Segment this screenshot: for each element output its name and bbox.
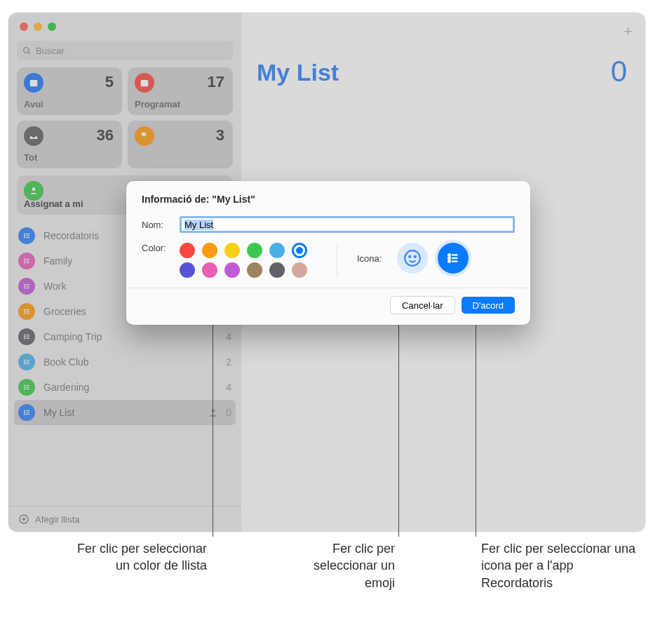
color-swatch[interactable] bbox=[202, 262, 217, 278]
search-input[interactable]: Buscar bbox=[17, 41, 233, 60]
icon-picker-button[interactable] bbox=[438, 243, 469, 274]
callout-line bbox=[213, 293, 213, 537]
svg-rect-30 bbox=[26, 335, 29, 335]
color-swatch[interactable] bbox=[224, 243, 240, 258]
svg-point-47 bbox=[24, 410, 25, 412]
flag-icon bbox=[135, 126, 154, 146]
assigned-label: Assignat a mi bbox=[24, 199, 83, 209]
ok-button[interactable]: D'acord bbox=[462, 297, 515, 314]
svg-rect-44 bbox=[26, 387, 29, 388]
svg-rect-10 bbox=[26, 237, 29, 238]
pill-all-count: 36 bbox=[97, 126, 114, 145]
add-list-label: Afegir llista bbox=[35, 514, 80, 525]
color-label: Color: bbox=[142, 243, 180, 253]
add-list-button[interactable]: Afegir llista bbox=[8, 506, 241, 532]
svg-point-5 bbox=[24, 234, 25, 235]
pill-flagged[interactable]: 3 bbox=[128, 121, 233, 168]
list-item-count: 2 bbox=[226, 356, 231, 368]
svg-point-11 bbox=[24, 259, 25, 260]
list-item-label: Gardening bbox=[43, 382, 226, 393]
svg-rect-20 bbox=[26, 286, 29, 287]
svg-point-19 bbox=[24, 286, 25, 287]
color-swatches bbox=[180, 243, 310, 278]
color-swatch[interactable] bbox=[269, 262, 285, 278]
person-icon bbox=[208, 407, 219, 418]
home-icon bbox=[18, 253, 35, 269]
svg-rect-42 bbox=[26, 385, 29, 386]
svg-rect-6 bbox=[26, 234, 29, 234]
person-icon bbox=[24, 181, 43, 201]
list-icon bbox=[18, 227, 35, 244]
svg-point-64 bbox=[449, 260, 451, 262]
list-info-dialog: Informació de: "My List" Nom: Color: Ico… bbox=[126, 181, 530, 325]
pill-scheduled-label: Programat bbox=[135, 99, 180, 109]
list-name-input[interactable] bbox=[180, 216, 515, 233]
emoji-picker-button[interactable] bbox=[397, 243, 428, 274]
svg-rect-34 bbox=[26, 338, 29, 339]
close-window-icon[interactable] bbox=[20, 22, 28, 31]
leaf-icon bbox=[18, 379, 35, 396]
color-swatch[interactable] bbox=[292, 262, 307, 278]
divider bbox=[337, 243, 337, 278]
dialog-title: Informació de: "My List" bbox=[142, 194, 515, 205]
svg-rect-26 bbox=[26, 311, 29, 312]
callout-emoji: Fer clic per seleccionar un emoji bbox=[286, 540, 395, 591]
color-swatch[interactable] bbox=[247, 262, 262, 278]
svg-rect-46 bbox=[26, 389, 29, 389]
svg-point-25 bbox=[24, 311, 25, 312]
sidebar-list-gardening[interactable]: Gardening 4 bbox=[8, 375, 241, 400]
minimize-window-icon[interactable] bbox=[34, 22, 42, 31]
svg-rect-14 bbox=[26, 261, 29, 262]
svg-point-49 bbox=[24, 412, 25, 413]
callout-color: Fer clic per seleccionar un color de lli… bbox=[63, 540, 207, 575]
sidebar-list-my-list[interactable]: My List 0 bbox=[14, 400, 236, 425]
color-swatch[interactable] bbox=[180, 262, 195, 278]
svg-point-23 bbox=[24, 309, 25, 311]
svg-rect-52 bbox=[26, 414, 29, 415]
svg-rect-3 bbox=[141, 80, 149, 86]
svg-point-45 bbox=[24, 389, 25, 390]
color-swatch[interactable] bbox=[269, 243, 285, 258]
svg-point-60 bbox=[449, 254, 451, 256]
list-icon bbox=[445, 250, 461, 266]
cancel-button[interactable]: Cancel·lar bbox=[391, 297, 455, 314]
svg-point-57 bbox=[405, 250, 421, 266]
svg-rect-48 bbox=[26, 410, 29, 411]
add-reminder-button[interactable]: + bbox=[624, 22, 633, 41]
divider bbox=[126, 288, 530, 288]
list-title: My List bbox=[257, 59, 339, 86]
list-item-count: 0 bbox=[226, 407, 231, 418]
svg-point-13 bbox=[24, 260, 25, 262]
pill-today-count: 5 bbox=[105, 73, 114, 91]
fullscreen-window-icon[interactable] bbox=[48, 22, 56, 31]
pill-today-label: Avui bbox=[24, 99, 43, 109]
calendar-icon bbox=[24, 73, 43, 93]
svg-point-27 bbox=[24, 313, 25, 314]
svg-point-58 bbox=[410, 256, 411, 257]
pill-scheduled-count: 17 bbox=[208, 73, 224, 91]
svg-rect-50 bbox=[26, 412, 29, 413]
pill-today[interactable]: 5 Avui bbox=[17, 67, 122, 115]
svg-rect-40 bbox=[26, 363, 29, 364]
sidebar-list-book-club[interactable]: Book Club 2 bbox=[8, 349, 241, 375]
pill-all[interactable]: 36 Tot bbox=[17, 121, 122, 168]
svg-point-29 bbox=[24, 335, 25, 336]
color-swatch[interactable] bbox=[180, 243, 195, 258]
color-swatch[interactable] bbox=[292, 243, 307, 258]
list-item-label: Camping Trip bbox=[43, 331, 226, 342]
window-controls bbox=[8, 13, 241, 31]
svg-point-33 bbox=[24, 338, 25, 340]
list-icon bbox=[18, 404, 35, 421]
sidebar-list-camping-trip[interactable]: Camping Trip 4 bbox=[8, 324, 241, 349]
svg-point-35 bbox=[24, 360, 25, 361]
svg-point-39 bbox=[24, 363, 25, 365]
tent-icon bbox=[18, 328, 35, 345]
svg-point-31 bbox=[24, 336, 25, 337]
color-swatch[interactable] bbox=[202, 243, 217, 258]
color-swatch[interactable] bbox=[224, 262, 240, 278]
color-swatch[interactable] bbox=[247, 243, 262, 258]
pill-scheduled[interactable]: 17 Programat bbox=[128, 67, 233, 115]
svg-point-21 bbox=[24, 288, 25, 289]
svg-point-41 bbox=[24, 385, 25, 387]
svg-rect-32 bbox=[26, 337, 29, 337]
